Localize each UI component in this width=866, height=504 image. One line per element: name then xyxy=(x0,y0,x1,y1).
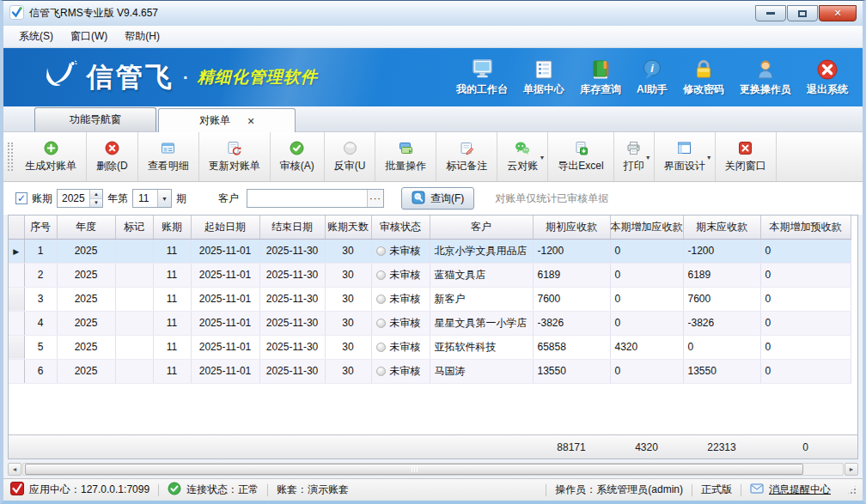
cell[interactable]: 北京小学文具用品店 xyxy=(430,239,533,263)
cell[interactable]: 4 xyxy=(24,311,57,335)
cell[interactable]: -3826 xyxy=(683,311,760,335)
cell[interactable]: 2025-11-30 xyxy=(259,335,325,359)
close-button[interactable]: ✕ xyxy=(819,5,857,21)
column-header-10[interactable]: 本期增加应收款 xyxy=(610,216,683,239)
scrollbar-thumb[interactable] xyxy=(25,464,803,475)
tab-0[interactable]: 功能导航窗 xyxy=(34,107,156,131)
cell[interactable] xyxy=(115,311,153,335)
cell[interactable]: 2025 xyxy=(57,287,115,311)
cell[interactable]: 7600 xyxy=(533,287,610,311)
cell[interactable]: 7600 xyxy=(683,287,760,311)
cell[interactable]: -3826 xyxy=(533,311,610,335)
period-dropdown[interactable]: 11 ▼ xyxy=(132,189,172,208)
menu-item-1[interactable]: 窗口(W) xyxy=(62,26,116,47)
column-header-3[interactable]: 账期 xyxy=(153,216,191,239)
year-down-icon[interactable]: ▼ xyxy=(90,198,102,208)
cell[interactable]: 0 xyxy=(610,359,683,383)
dropdown-caret-icon[interactable]: ▼ xyxy=(645,154,651,160)
toolbar-button-0[interactable]: 生成对账单 xyxy=(15,132,87,181)
table-row-1[interactable]: 22025112025-11-012025-11-3030未审核蓝猫文具店618… xyxy=(9,263,851,287)
cell[interactable]: 2025-11-01 xyxy=(191,287,259,311)
banner-nav-item-5[interactable]: 更换操作员 xyxy=(732,55,799,100)
scroll-right-icon[interactable]: ► xyxy=(845,463,858,476)
toolbar-button-4[interactable]: 审核(A) xyxy=(271,132,325,181)
cell[interactable] xyxy=(115,335,153,359)
toolbar-button-3[interactable]: 更新对账单 xyxy=(199,132,271,181)
column-header-9[interactable]: 期初应收款 xyxy=(533,216,610,239)
cell[interactable] xyxy=(115,359,153,383)
banner-nav-item-2[interactable]: 库存查询 xyxy=(572,55,629,100)
cell[interactable]: 30 xyxy=(325,359,371,383)
message-center-link[interactable]: 消息提醒中心 xyxy=(741,482,839,498)
cell[interactable] xyxy=(115,263,153,287)
cell[interactable]: 2025-11-30 xyxy=(259,311,325,335)
cell[interactable]: 6189 xyxy=(533,263,610,287)
banner-nav-item-4[interactable]: 修改密码 xyxy=(675,55,732,100)
cell[interactable]: 3 xyxy=(24,287,57,311)
table-row-0[interactable]: ▶12025112025-11-012025-11-3030未审核北京小学文具用… xyxy=(9,239,851,263)
year-value[interactable]: 2025 xyxy=(58,190,89,207)
cell[interactable]: 11 xyxy=(153,263,191,287)
table-row-4[interactable]: 52025112025-11-012025-11-3030未审核亚拓软件科技65… xyxy=(9,335,851,359)
banner-nav-item-0[interactable]: 我的工作台 xyxy=(448,55,515,100)
column-header-12[interactable]: 本期增加预收款 xyxy=(760,216,851,239)
cell[interactable]: -1200 xyxy=(533,239,610,263)
cell[interactable]: 11 xyxy=(153,359,191,383)
cell[interactable]: 13550 xyxy=(533,359,610,383)
scrollbar-track[interactable] xyxy=(22,463,844,476)
cell[interactable]: 亚拓软件科技 xyxy=(430,335,533,359)
cell[interactable]: -1200 xyxy=(683,239,760,263)
minimize-button[interactable] xyxy=(755,5,786,21)
cell[interactable]: 2025-11-30 xyxy=(259,263,325,287)
scroll-left-icon[interactable]: ◄ xyxy=(8,463,21,476)
cell[interactable]: 2025 xyxy=(57,359,115,383)
maximize-button[interactable] xyxy=(787,5,818,21)
column-header-6[interactable]: 账期天数 xyxy=(325,216,371,239)
toolbar-grip[interactable] xyxy=(8,143,13,171)
cell[interactable]: 30 xyxy=(325,311,371,335)
period-dropdown-caret-icon[interactable]: ▼ xyxy=(157,190,171,207)
cell[interactable]: 0 xyxy=(760,263,851,287)
cell[interactable]: 2025 xyxy=(57,335,115,359)
cell-status[interactable]: 未审核 xyxy=(371,359,430,383)
period-checkbox[interactable]: ✓ xyxy=(15,192,27,204)
cell[interactable]: 6189 xyxy=(683,263,760,287)
dropdown-caret-icon[interactable]: ▼ xyxy=(539,154,545,160)
cell[interactable] xyxy=(115,287,153,311)
column-header-11[interactable]: 期末应收款 xyxy=(683,216,760,239)
cell[interactable]: 0 xyxy=(760,239,851,263)
cell[interactable]: 2025-11-30 xyxy=(259,239,325,263)
cell[interactable]: 2025-11-01 xyxy=(191,335,259,359)
cell[interactable]: 2025-11-01 xyxy=(191,311,259,335)
cell[interactable]: 65858 xyxy=(533,335,610,359)
column-header-0[interactable]: 序号 xyxy=(24,216,57,239)
cell[interactable]: 0 xyxy=(760,287,851,311)
cell[interactable]: 1 xyxy=(24,239,57,263)
cell-status[interactable]: 未审核 xyxy=(371,239,430,263)
toolbar-button-7[interactable]: 标记备注 xyxy=(436,132,497,181)
toolbar-button-6[interactable]: 批量操作 xyxy=(375,132,436,181)
cell[interactable]: 0 xyxy=(610,263,683,287)
cell[interactable] xyxy=(115,239,153,263)
toolbar-button-5[interactable]: 反审(U xyxy=(325,132,376,181)
column-header-1[interactable]: 年度 xyxy=(57,216,115,239)
tab-1[interactable]: 对账单 × xyxy=(158,108,296,132)
cell[interactable]: 0 xyxy=(610,287,683,311)
toolbar-button-12[interactable]: 关闭窗口 xyxy=(716,132,777,181)
toolbar-button-1[interactable]: 删除(D xyxy=(87,132,138,181)
banner-nav-item-6[interactable]: 退出系统 xyxy=(799,55,856,100)
cell[interactable]: 13550 xyxy=(683,359,760,383)
toolbar-button-2[interactable]: 查看明细 xyxy=(138,132,199,181)
cell[interactable]: 2025-11-01 xyxy=(191,263,259,287)
customer-input[interactable] xyxy=(247,190,367,207)
cell[interactable]: 30 xyxy=(325,263,371,287)
toolbar-button-11[interactable]: 界面设计 ▼ xyxy=(655,132,716,181)
cell[interactable]: 0 xyxy=(610,311,683,335)
cell[interactable]: 0 xyxy=(760,335,851,359)
column-header-7[interactable]: 审核状态 xyxy=(371,216,430,239)
year-spinner[interactable]: 2025 ▲ ▼ xyxy=(57,189,103,208)
menu-item-2[interactable]: 帮助(H) xyxy=(116,26,168,47)
cell-status[interactable]: 未审核 xyxy=(371,311,430,335)
column-header-8[interactable]: 客户 xyxy=(430,216,533,239)
search-button[interactable]: 查询(F) xyxy=(401,187,474,209)
